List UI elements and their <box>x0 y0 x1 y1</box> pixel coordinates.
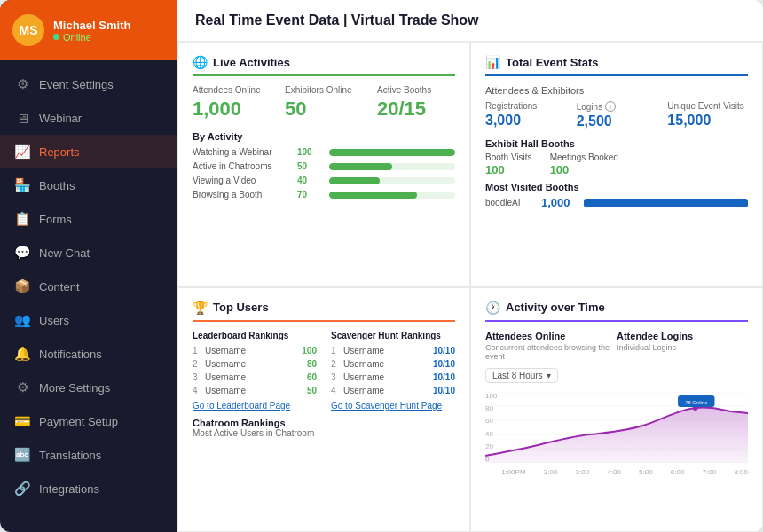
sidebar-item-content[interactable]: 📦 Content <box>0 270 177 303</box>
activity-label: Viewing a Video <box>193 176 290 185</box>
nav-icon-new-chat: 💬 <box>14 245 30 261</box>
chatroom-title: Chatroom Rankings <box>193 418 455 428</box>
logins-label: Logins i <box>577 101 657 112</box>
activity-count: 50 <box>297 161 322 171</box>
sidebar-item-translations[interactable]: 🔤 Translations <box>0 438 177 472</box>
leaderboard-row: 4 Username 50 <box>193 386 317 395</box>
x-label: 7:00 <box>703 468 717 476</box>
avatar: MS <box>12 14 44 46</box>
nav-label-more-settings: More Settings <box>39 381 110 395</box>
sidebar-item-users[interactable]: 👥 Users <box>0 303 177 337</box>
nav-label-webinar: Webinar <box>39 112 82 125</box>
scavenger-title: Scavenger Hunt Rankings <box>331 331 455 340</box>
top-users-panel: 🏆 Top Users Leaderboard Rankings 1 Usern… <box>177 287 470 533</box>
exhibit-hall-label: Exhibit Hall Booths <box>485 138 748 149</box>
attendees-online-col: Attendees Online Concurrent attendees br… <box>485 331 617 361</box>
x-label: 4:00 <box>607 468 621 476</box>
logins-stat: Logins i 2,500 <box>577 101 657 129</box>
nav-icon-booths: 🏪 <box>14 177 30 193</box>
aot-logins-sub: Individual Logins <box>617 343 748 352</box>
x-label: 6:00 <box>671 468 685 476</box>
rank-num: 1 <box>193 346 201 356</box>
aot-logins-label: Attendee Logins <box>617 331 748 341</box>
activity-count: 70 <box>297 190 322 200</box>
aot-attendees-label: Attendees Online <box>485 331 617 341</box>
rank-score: 60 <box>307 372 317 382</box>
chatroom-section: Chatroom Rankings Most Active Users in C… <box>193 418 455 438</box>
most-visited-bar <box>584 199 748 207</box>
scavenger-col: Scavenger Hunt Rankings 1 Username 10/10… <box>331 331 455 411</box>
leaderboard-title: Leaderboard Rankings <box>193 331 317 340</box>
nav-label-notifications: Notifications <box>39 348 102 361</box>
sidebar-item-new-chat[interactable]: 💬 New Chat <box>0 236 177 270</box>
globe-icon: 🌐 <box>193 55 208 69</box>
logins-value: 2,500 <box>577 113 657 129</box>
main-content: 🌐 Live Activities Attendees Online 1,000… <box>177 42 763 532</box>
rank-score: 10/10 <box>433 359 455 369</box>
sidebar-item-more-settings[interactable]: ⚙ More Settings <box>0 371 177 404</box>
nav-icon-notifications: 🔔 <box>14 346 30 362</box>
nav-label-payment-setup: Payment Setup <box>39 415 118 428</box>
sidebar-item-booths[interactable]: 🏪 Booths <box>0 168 177 202</box>
activity-count: 40 <box>297 176 322 185</box>
x-label: 1:00PM <box>501 468 526 476</box>
scavenger-link[interactable]: Go to Scavenger Hunt Page <box>331 401 455 411</box>
sidebar-item-reports[interactable]: 📈 Reports <box>0 135 177 168</box>
attendees-online-value: 1,000 <box>193 98 271 121</box>
top-users-title: 🏆 Top Users <box>193 301 455 322</box>
aot-attendees-sub: Concurrent attendees browsing the event <box>485 343 617 361</box>
activity-row: Browsing a Booth 70 <box>193 190 455 200</box>
nav-icon-more-settings: ⚙ <box>14 379 30 395</box>
activity-over-time-panel: 🕐 Activity over Time Attendees Online Co… <box>470 287 763 533</box>
active-booths-value: 20/15 <box>377 98 455 121</box>
x-label: 3:00 <box>576 468 590 476</box>
nav-icon-forms: 📋 <box>14 211 30 227</box>
page-title: Real Time Event Data | Virtual Trade Sho… <box>195 12 745 28</box>
scavenger-row: 4 Username 10/10 <box>331 386 455 395</box>
chatroom-sub: Most Active Users in Chatroom <box>193 428 455 438</box>
nav-label-forms: Forms <box>39 213 72 226</box>
top-stats-row: Registrations 3,000 Logins i 2,500 Uniqu… <box>485 101 748 129</box>
leaderboard-link[interactable]: Go to Leaderboard Page <box>193 401 317 411</box>
nav-label-reports: Reports <box>39 145 80 159</box>
attendees-online-label: Attendees Online <box>193 85 271 95</box>
activity-bar-bg <box>329 192 455 199</box>
chevron-down-icon: ▾ <box>547 371 551 380</box>
rank-num: 2 <box>331 359 340 369</box>
sidebar-nav: ⚙ Event Settings 🖥 Webinar 📈 Reports 🏪 B… <box>0 60 177 532</box>
meetings-booked: Meetings Booked 100 <box>550 153 618 176</box>
scavenger-row: 3 Username 10/10 <box>331 372 455 382</box>
total-event-stats-panel: 📊 Total Event Stats Attendees & Exhibito… <box>470 42 763 287</box>
leaderboard-row: 1 Username 100 <box>193 346 317 356</box>
activity-row: Active in Chatrooms 50 <box>193 161 455 171</box>
nav-label-integrations: Integrations <box>39 482 99 496</box>
rank-score: 50 <box>307 386 317 395</box>
live-activities-title: 🌐 Live Activities <box>193 55 455 76</box>
attendees-exhibitors-label: Attendees & Exhibitors <box>485 85 748 96</box>
registrations-stat: Registrations 3,000 <box>485 101 566 129</box>
leaderboard-row: 2 Username 80 <box>193 359 317 369</box>
user-name: Michael Smith <box>53 19 130 32</box>
nav-label-translations: Translations <box>39 449 101 462</box>
info-icon: i <box>605 101 616 112</box>
sidebar-item-event-settings[interactable]: ⚙ Event Settings <box>0 67 177 101</box>
sidebar-item-notifications[interactable]: 🔔 Notifications <box>0 337 177 371</box>
rank-name: Username <box>205 372 303 382</box>
sidebar-item-forms[interactable]: 📋 Forms <box>0 202 177 236</box>
sidebar-item-integrations[interactable]: 🔗 Integrations <box>0 472 177 505</box>
most-visited-row: boodleAI 1,000 <box>485 196 748 209</box>
rank-name: Username <box>343 372 429 382</box>
sidebar-header: MS Michael Smith Online <box>0 0 177 60</box>
meetings-booked-value: 100 <box>550 163 618 176</box>
sidebar-item-payment-setup[interactable]: 💳 Payment Setup <box>0 404 177 438</box>
rank-score: 80 <box>307 359 317 369</box>
booth-visits: Booth Visits 100 <box>485 153 532 176</box>
x-label: 2:00 <box>544 468 558 476</box>
active-booths-label: Active Booths <box>377 85 455 95</box>
time-filter-button[interactable]: Last 8 Hours ▾ <box>485 368 558 383</box>
line-chart: 78 Online <box>485 392 748 463</box>
total-event-stats-title: 📊 Total Event Stats <box>485 55 748 76</box>
activity-label: Active in Chatrooms <box>193 161 290 171</box>
rank-num: 4 <box>331 386 340 395</box>
sidebar-item-webinar[interactable]: 🖥 Webinar <box>0 101 177 135</box>
